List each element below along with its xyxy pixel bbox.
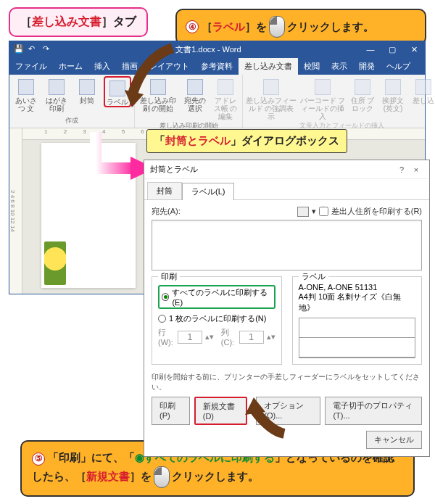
mouse-icon — [269, 16, 285, 38]
highlight-icon — [263, 79, 279, 95]
epostage-button[interactable]: 電子切手のプロパティ(T)... — [325, 397, 422, 425]
tab-mailings[interactable]: 差し込み文書 — [239, 58, 298, 75]
edit-list-button[interactable]: アドレス帳 の編集 — [212, 76, 239, 120]
maximize-button[interactable]: ▢ — [381, 41, 403, 57]
barcode-button[interactable]: バーコード フィールドの挿入 — [299, 76, 346, 120]
address-block-button[interactable]: 住所 ブロック — [349, 76, 376, 112]
label-legend: ラベル — [299, 271, 328, 282]
ribbon-group-create: あいさつ 文 はがき 印刷 封筒 ラベル 作成 — [9, 75, 135, 128]
dialog-title: 封筒とラベル — [150, 164, 394, 175]
tab-insert[interactable]: 挿入 — [88, 58, 116, 75]
callout-click-label: ④ ［ラベル］を クリックします。 — [175, 9, 426, 45]
envelope-icon — [79, 79, 95, 95]
label-panel: ラベル A-ONE, A-ONE 51131 A4判 10面 名刺サイズ《白無地… — [292, 276, 423, 365]
mouse-icon — [154, 466, 170, 488]
select-recipients-button[interactable]: 宛先の 選択 — [181, 76, 209, 112]
insert-field-button[interactable]: 差し込 — [410, 76, 435, 104]
label-product: A-ONE, A-ONE 51131 — [299, 283, 416, 292]
envelopes-labels-dialog: 封筒とラベル ? × 封筒 ラベル(L) 宛先(A): ▾ 差出人住所を印刷する… — [144, 160, 430, 457]
spinner-icon[interactable]: ▴▾ — [205, 332, 214, 342]
tab-home[interactable]: ホーム — [53, 58, 88, 75]
dialog-close-button[interactable]: × — [409, 165, 423, 174]
radio-icon — [158, 315, 166, 323]
col-input[interactable] — [239, 331, 264, 344]
ribbon-group-write-fields: 差し込みフィールド の強調表示 バーコード フィールドの挿入 住所 ブロック 挨… — [243, 75, 435, 128]
options-button[interactable]: オプション(O)... — [256, 397, 320, 425]
redo-icon[interactable]: ↷ — [43, 44, 53, 54]
ribbon-tabs: ファイル ホーム 挿入 描画 レイアウト 参考資料 差し込み文書 校閲 表示 開… — [9, 57, 425, 75]
new-document-button[interactable]: 新規文書(D) — [194, 397, 248, 425]
label-button[interactable]: ラベル — [104, 76, 131, 107]
ribbon-group-start-merge: 差し込み印刷 の開始 宛先の 選択 アドレス帳 の編集 差し込み印刷の開始 — [135, 75, 243, 128]
return-address-checkbox[interactable] — [319, 207, 328, 216]
tab-view[interactable]: 表示 — [326, 58, 353, 75]
greeting-line-button[interactable]: 挨拶文 (英文) — [379, 76, 407, 112]
callout-mailings-tab: ［差し込み文書］タブ — [9, 7, 148, 37]
address-label: 宛先(A): — [152, 206, 181, 217]
postcard-icon — [49, 79, 65, 95]
row-input[interactable] — [178, 331, 202, 344]
tab-developer[interactable]: 開発 — [353, 58, 381, 75]
barcode-icon — [315, 79, 331, 95]
dialog-help-button[interactable]: ? — [394, 165, 409, 174]
callout-dialog-name: 「封筒とラベル」ダイアログボックス — [146, 129, 347, 153]
radio-icon — [162, 293, 169, 301]
document-canvas[interactable] — [41, 143, 136, 288]
vertical-ruler: 2 4 6 8 10 12 14 — [9, 128, 22, 294]
insert-icon — [415, 79, 431, 95]
label-preview[interactable] — [299, 318, 416, 358]
tab-review[interactable]: 校閲 — [298, 58, 326, 75]
photo-placeholder — [44, 241, 66, 285]
dialog-titlebar: 封筒とラベル ? × — [144, 160, 429, 179]
dialog-tab-envelope[interactable]: 封筒 — [147, 182, 182, 199]
quick-access-toolbar: 💾 ↶ ↷ — [9, 44, 57, 54]
postcard-button[interactable]: はがき 印刷 — [43, 76, 70, 112]
radio-all-labels[interactable]: すべてのラベルに印刷する(E) — [158, 285, 276, 309]
feeder-note: 印刷を開始する前に、プリンターの手差しフィーダーにラベルをセットしてください。 — [152, 372, 422, 392]
print-button[interactable]: 印刷(P) — [152, 397, 190, 425]
address-icon — [355, 79, 370, 95]
title-bar: 💾 ↶ ↷ 文書1.docx - Word — ▢ ✕ — [9, 41, 425, 57]
greeting-button[interactable]: あいさつ 文 — [12, 76, 40, 112]
radio-single-label[interactable]: 1 枚のラベルに印刷する(N) — [158, 313, 276, 324]
undo-icon[interactable]: ↶ — [28, 44, 38, 54]
envelope-button[interactable]: 封筒 — [73, 76, 101, 104]
greeting-icon — [18, 79, 34, 95]
greet-icon — [385, 79, 401, 95]
address-textarea[interactable] — [152, 220, 422, 270]
start-merge-button[interactable]: 差し込み印刷 の開始 — [138, 76, 178, 112]
tab-references[interactable]: 参考資料 — [195, 58, 239, 75]
cancel-button[interactable]: キャンセル — [366, 431, 422, 449]
tab-draw[interactable]: 描画 — [116, 58, 144, 75]
close-button[interactable]: ✕ — [403, 41, 425, 57]
window-title: 文書1.docx - Word — [57, 44, 360, 55]
step-number-5: ⑤ — [32, 453, 45, 466]
dropdown-icon[interactable]: ▾ — [312, 207, 316, 216]
start-merge-icon — [150, 79, 166, 95]
address-book-icon[interactable] — [297, 207, 309, 217]
minimize-button[interactable]: — — [360, 41, 381, 57]
tab-help[interactable]: ヘルプ — [381, 58, 416, 75]
return-address-label: 差出人住所を印刷する(R) — [331, 206, 422, 217]
ribbon: あいさつ 文 はがき 印刷 封筒 ラベル 作成 差し込み印刷 の開始 宛先の 選… — [9, 75, 425, 128]
highlight-fields-button[interactable]: 差し込みフィールド の強調表示 — [246, 76, 297, 120]
tab-layout[interactable]: レイアウト — [144, 58, 195, 75]
recipients-icon — [187, 79, 203, 95]
edit-list-icon — [218, 79, 233, 95]
dialog-tab-label[interactable]: ラベル(L) — [182, 183, 234, 200]
label-description: A4判 10面 名刺サイズ《白無地》 — [299, 292, 416, 313]
print-legend: 印刷 — [158, 271, 180, 282]
save-icon[interactable]: 💾 — [14, 44, 24, 54]
spinner-icon[interactable]: ▴▾ — [267, 332, 276, 342]
print-panel: 印刷 すべてのラベルに印刷する(E) 1 枚のラベルに印刷する(N) 行(W):… — [152, 276, 282, 365]
step-number-4: ④ — [186, 20, 199, 33]
tab-file[interactable]: ファイル — [9, 58, 53, 75]
label-icon — [109, 80, 125, 96]
